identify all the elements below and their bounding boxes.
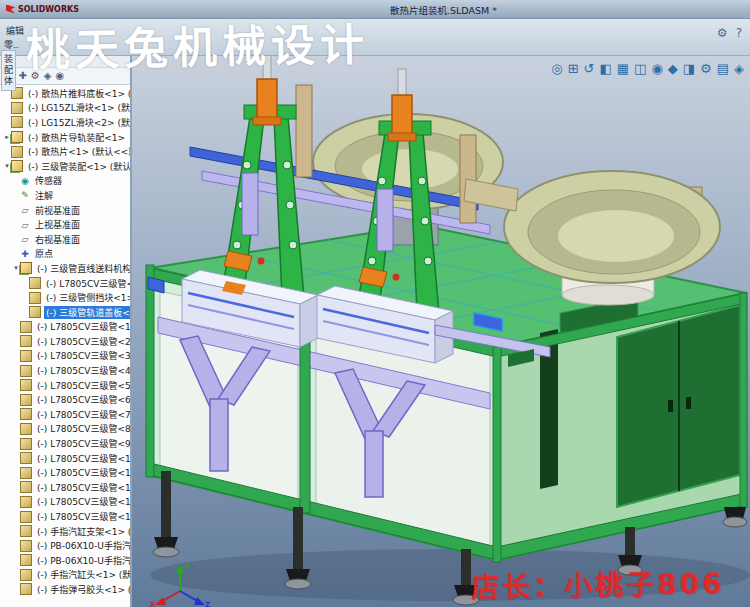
tree-item[interactable]: (-) L7805CV三级管<4> xyxy=(0,363,130,378)
cabinet-doors[interactable] xyxy=(617,305,740,507)
component-label: (-) L7805CV三级管<9> xyxy=(35,437,130,450)
component-label: (-) L7805CV三级管<5> xyxy=(35,379,130,392)
component-label: (-) PB-06X10-U手指汽缸 xyxy=(35,539,130,552)
pneumatic-cylinder[interactable] xyxy=(392,95,412,137)
zoom-area-icon[interactable]: ⊞ xyxy=(568,61,579,76)
tree-item[interactable]: (-) L7805CV三级管<9> xyxy=(0,436,130,451)
view-orientation-icon[interactable]: ▦ xyxy=(617,61,629,76)
component-icon xyxy=(20,438,32,450)
view-settings-icon[interactable]: ⚙ xyxy=(700,61,712,76)
tree-item[interactable]: (-) L7805CV三级管<5> xyxy=(0,378,130,393)
tree-item[interactable]: (-) L7805CV三级管<14> xyxy=(0,509,130,524)
component-icon xyxy=(11,160,23,172)
tree-item[interactable]: (-) 三级管轨道盖板<1> xyxy=(0,305,130,320)
help-icon[interactable]: ? xyxy=(736,26,742,40)
watermark-text: 桃天兔机械设计 xyxy=(25,9,369,79)
display-style-icon[interactable]: ◫ xyxy=(634,61,646,76)
solidworks-logo: SOLIDWORKS xyxy=(0,5,85,14)
camera-icon[interactable]: ▤ xyxy=(717,61,729,76)
component-icon xyxy=(20,467,32,479)
component-icon xyxy=(20,554,32,566)
tree-item[interactable]: (-) LG15ZL滑块<2> (默认) xyxy=(0,115,130,130)
feeder-column-left xyxy=(296,85,312,177)
component-label: (-) L7805CV三级管<14> xyxy=(35,510,130,523)
component-label: (-) 三级管直线送料机构< xyxy=(35,262,130,275)
component-icon xyxy=(11,116,23,128)
tree-item[interactable]: ▾ (-) 三级管装配<1> (默认 xyxy=(0,159,130,174)
component-label: (-) 散热片<1> (默认<<默 xyxy=(26,145,130,158)
tree-item[interactable]: 注解 xyxy=(0,188,130,203)
component-icon xyxy=(29,306,41,318)
tree-item[interactable]: (-) 三级管侧挡块<1> (默 xyxy=(0,290,130,305)
options-gear-icon[interactable]: ⚙ xyxy=(717,26,728,40)
feature-manager-panel: ▤✚⚙◈◉ (-) 散热片推料底板<1> (默认 (-) LG15ZL滑块<1>… xyxy=(0,55,132,607)
triad-x-label: X xyxy=(150,601,156,607)
tree-item[interactable]: 右视基准面 xyxy=(0,232,130,247)
section-view-icon[interactable]: ◧ xyxy=(600,61,612,76)
previous-view-icon[interactable]: ↺ xyxy=(584,61,595,76)
component-label: (-) 手指汽缸支架<1> (默 xyxy=(35,525,130,538)
component-icon xyxy=(20,408,32,420)
expand-arrow-icon[interactable]: ▾ xyxy=(3,162,11,170)
tree-item[interactable]: (-) L7805CV三级管<11> xyxy=(0,465,130,480)
options-icon[interactable]: ◈ xyxy=(734,61,744,76)
component-label: 传感器 xyxy=(33,174,64,187)
door-handle-left[interactable] xyxy=(668,400,673,412)
expand-arrow-icon[interactable]: ▸ xyxy=(3,133,11,141)
tree-item[interactable]: 前视基准面 xyxy=(0,203,130,218)
tree-item[interactable]: (-) L7805CV三级管<6> xyxy=(0,392,130,407)
tree-item[interactable]: ▸ (-) 散热片导轨装配<1> xyxy=(0,130,130,145)
tree-item[interactable]: ▾ (-) 三级管直线送料机构< xyxy=(0,261,130,276)
edit-appearance-icon[interactable]: ◆ xyxy=(668,61,678,76)
tree-item[interactable]: (-) L7805CV三级管<12> xyxy=(0,480,130,495)
tree-item[interactable]: 上视基准面 xyxy=(0,217,130,232)
tree-item[interactable]: (-) L7805CV三级管<7> xyxy=(0,407,130,422)
component-icon xyxy=(20,452,32,464)
apply-scene-icon[interactable]: ◨ xyxy=(683,61,695,76)
edit-toolbar-label[interactable]: 编辑 xyxy=(6,24,24,37)
component-label: (-) LG15ZL滑块<2> (默认) xyxy=(26,116,130,129)
tree-item[interactable]: (-) L7805CV三级管<3> xyxy=(0,349,130,364)
tree-item[interactable]: (-) L7805CV三级管<8> xyxy=(0,422,130,437)
component-label: (-) L7805CV三级管<12> xyxy=(35,481,130,494)
zoom-fit-icon[interactable]: ◎ xyxy=(551,61,562,76)
tree-item[interactable]: (-) 手指弹弓胶头<1> (默 xyxy=(0,582,130,597)
component-label: (-) PB-06X10-U手指汽缸 xyxy=(35,554,130,567)
assembly-tab[interactable]: 装配体 xyxy=(1,50,16,91)
triad-y-label: Y xyxy=(184,563,191,571)
component-label: 前视基准面 xyxy=(33,204,82,217)
component-icon xyxy=(20,350,32,362)
tree-item[interactable]: 传感器 xyxy=(0,174,130,189)
component-icon xyxy=(20,234,30,244)
machine-3d-model[interactable]: Y X Z xyxy=(130,55,750,607)
component-icon xyxy=(20,190,30,200)
vertical-slide[interactable] xyxy=(242,173,258,235)
tree-item[interactable]: (-) L7805CV三级管<1> xyxy=(0,276,130,291)
tree-item[interactable]: (-) 手指汽缸头<1> (默认 xyxy=(0,568,130,583)
tree-item[interactable]: (-) L7805CV三级管<10> xyxy=(0,451,130,466)
component-icon xyxy=(20,321,32,333)
tree-item[interactable]: (-) LG15ZL滑块<1> (默认) xyxy=(0,101,130,116)
solidworks-logo-icon xyxy=(6,5,15,14)
heads-up-view-toolbar: ◎⊞↺◧▦◫◉◆◨⚙▤◈ xyxy=(551,61,744,76)
tree-item[interactable]: (-) L7805CV三级管<2> xyxy=(0,334,130,349)
tree-item[interactable]: (-) PB-06X10-U手指汽缸 xyxy=(0,553,130,568)
feature-tree: (-) 散热片推料底板<1> (默认 (-) LG15ZL滑块<1> (默认) … xyxy=(0,85,130,607)
tree-item[interactable]: (-) L7805CV三级管<1> xyxy=(0,320,130,335)
toolbar-right-icons: ⚙? xyxy=(717,26,742,40)
component-label: (-) 手指汽缸头<1> (默认 xyxy=(35,568,130,581)
hide-show-items-icon[interactable]: ◉ xyxy=(651,61,662,76)
tree-item[interactable]: 原点 xyxy=(0,247,130,262)
graphics-area[interactable]: ◎⊞↺◧▦◫◉◆◨⚙▤◈ xyxy=(130,55,750,607)
vertical-slide[interactable] xyxy=(377,189,393,251)
tree-item[interactable]: (-) L7805CV三级管<13> xyxy=(0,495,130,510)
pneumatic-cylinder[interactable] xyxy=(257,79,277,121)
component-icon xyxy=(20,496,32,508)
tree-item[interactable]: (-) PB-06X10-U手指汽缸 xyxy=(0,538,130,553)
door-handle-right[interactable] xyxy=(686,397,691,409)
expand-arrow-icon[interactable]: ▾ xyxy=(12,264,20,272)
component-label: (-) L7805CV三级管<1> xyxy=(44,277,130,290)
tree-item[interactable]: (-) 散热片<1> (默认<<默 xyxy=(0,144,130,159)
tree-item[interactable]: (-) 散热片推料底板<1> (默认 xyxy=(0,86,130,101)
tree-item[interactable]: (-) 手指汽缸支架<1> (默 xyxy=(0,524,130,539)
